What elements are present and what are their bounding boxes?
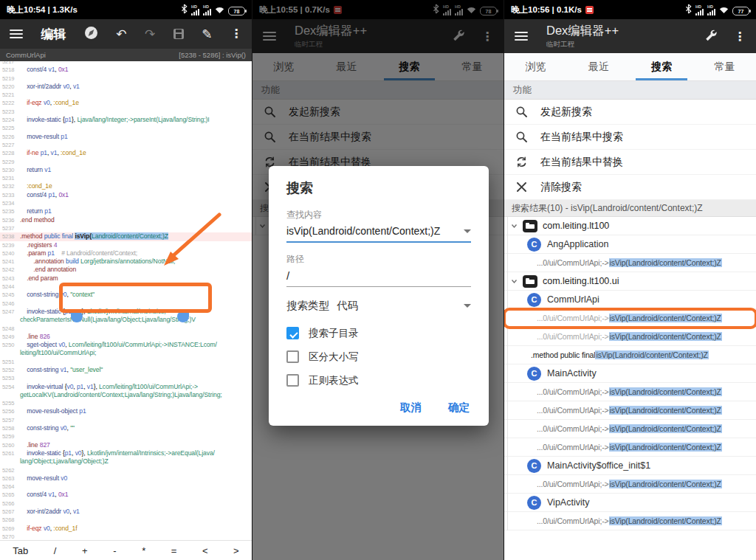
code-line[interactable]: 5266 bbox=[0, 499, 252, 508]
code-line[interactable]: 5240 .param p1 # Landroid/content/Contex… bbox=[0, 249, 252, 257]
tab-recent[interactable]: 最近 bbox=[567, 53, 630, 80]
checkbox-unchecked-icon[interactable] bbox=[286, 374, 299, 387]
menu-item[interactable]: 在当前结果中搜索 bbox=[504, 125, 756, 150]
code-line[interactable]: 5258 const-string v0, "" bbox=[0, 424, 252, 432]
code-line[interactable]: 5236.end method bbox=[0, 216, 252, 224]
edit-pencil-icon[interactable]: ✎ bbox=[202, 28, 212, 41]
symbol-key[interactable]: / bbox=[54, 545, 57, 556]
code-line[interactable]: 5245 const-string v0, "context" bbox=[0, 291, 252, 299]
code-line[interactable]: 5225 bbox=[0, 124, 252, 132]
find-input[interactable]: isVip(Landroid/content/Context;)Z bbox=[286, 225, 471, 243]
code-line[interactable]: 5239 .registers 4 bbox=[0, 241, 252, 249]
dialog-option-row[interactable]: 搜索子目录 bbox=[286, 325, 471, 342]
redo-icon[interactable]: ↷ bbox=[145, 28, 155, 41]
code-line[interactable]: 5221 bbox=[0, 91, 252, 99]
search-result-row[interactable]: ...0/ui/CommUrlApi;->isVip(Landroid/cont… bbox=[504, 383, 756, 401]
code-line[interactable]: 5233 const/4 p1, 0x1 bbox=[0, 191, 252, 199]
symbol-key[interactable]: = bbox=[171, 545, 177, 556]
confirm-button[interactable]: 确定 bbox=[448, 401, 470, 415]
code-editor[interactable]: 52175218 const/4 v1, 0x152195220 xor-int… bbox=[0, 61, 252, 540]
search-result-row[interactable]: ...0/ui/CommUrlApi;->isVip(Landroid/cont… bbox=[504, 420, 756, 438]
compass-goto-icon[interactable] bbox=[84, 26, 98, 42]
symbol-key[interactable]: > bbox=[233, 545, 239, 556]
code-line[interactable]: 5259 bbox=[0, 432, 252, 440]
search-result-row[interactable]: ...0/ui/CommUrlApi;->isVip(Landroid/cont… bbox=[504, 401, 756, 420]
code-line[interactable]: 5255 bbox=[0, 399, 252, 407]
menu-item[interactable]: 清除搜索 bbox=[504, 175, 756, 200]
tree-class-row[interactable]: CVipActivity bbox=[504, 494, 756, 512]
code-line[interactable]: 5235 return p1 bbox=[0, 207, 252, 215]
search-result-row[interactable]: ...0/ui/CommUrlApi;->isVip(Landroid/cont… bbox=[504, 254, 756, 272]
code-line[interactable]: 5227 bbox=[0, 141, 252, 149]
search-result-row[interactable]: ...0/ui/CommUrlApi;->isVip(Landroid/cont… bbox=[504, 475, 756, 494]
code-line[interactable]: 5269 if-eqz v0, :cond_1f bbox=[0, 525, 252, 533]
undo-icon[interactable]: ↶ bbox=[116, 28, 126, 41]
code-line[interactable]: 5256 move-result-object p1 bbox=[0, 407, 252, 415]
code-line[interactable]: lang/Object;Ljava/lang/Object;)Z bbox=[0, 457, 252, 466]
code-line[interactable]: 5224 invoke-static {p1}, Ljava/lang/Inte… bbox=[0, 116, 252, 124]
dropdown-caret-icon[interactable] bbox=[464, 229, 471, 233]
cancel-button[interactable]: 取消 bbox=[400, 401, 422, 415]
symbol-key[interactable]: < bbox=[202, 545, 208, 556]
wrench-tools-icon[interactable] bbox=[704, 28, 718, 45]
symbol-key[interactable]: * bbox=[142, 545, 145, 556]
code-line[interactable]: 5226 move-result p1 bbox=[0, 133, 252, 141]
code-line[interactable]: 5219 bbox=[0, 75, 252, 83]
search-result-row[interactable]: .method public final isVip(Landroid/cont… bbox=[504, 346, 756, 364]
code-line[interactable]: 5243 .end param bbox=[0, 274, 252, 283]
code-line[interactable]: 5261 invoke-static {p1, v0}, Lkotlin/jvm… bbox=[0, 449, 252, 457]
code-line[interactable]: 5241 .annotation build Lorg/jetbrains/an… bbox=[0, 257, 252, 266]
code-line[interactable]: 5270 bbox=[0, 533, 252, 540]
overflow-menu-icon[interactable]: ⋮ bbox=[230, 28, 242, 40]
code-line[interactable]: checkParameterIsNotNull(Ljava/lang/Objec… bbox=[0, 316, 252, 324]
menu-icon[interactable] bbox=[10, 30, 23, 38]
code-line[interactable]: 5252 const-string v1, "user_level" bbox=[0, 366, 252, 374]
code-line[interactable]: 5250 sget-object v0, Lcom/leiting/lt100/… bbox=[0, 341, 252, 349]
search-result-row-annotated[interactable]: ...0/ui/CommUrlApi;->isVip(Landroid/cont… bbox=[504, 309, 756, 328]
code-line[interactable]: 5267 xor-int/2addr v0, v1 bbox=[0, 508, 252, 516]
code-line[interactable]: 5222 if-eqz v0, :cond_1e bbox=[0, 99, 252, 107]
symbol-key[interactable]: - bbox=[113, 545, 116, 556]
code-line[interactable]: 5220 xor-int/2addr v0, v1 bbox=[0, 83, 252, 91]
code-line[interactable]: 5264 bbox=[0, 483, 252, 491]
code-line[interactable]: 5262 bbox=[0, 466, 252, 474]
symbol-key[interactable]: Tab bbox=[13, 545, 28, 556]
code-line[interactable]: 5263 move-result v0 bbox=[0, 474, 252, 483]
tree-class-row[interactable]: CCommUrlApi bbox=[504, 291, 756, 309]
code-line[interactable]: 5232 :cond_1e bbox=[0, 182, 252, 190]
tree-package-row[interactable]: com.leiting.lt100.ui bbox=[504, 272, 756, 291]
code-line[interactable]: 5265 const/4 v1, 0x1 bbox=[0, 491, 252, 499]
code-line[interactable]: 5234 bbox=[0, 199, 252, 207]
code-line[interactable]: 5242 .end annotation bbox=[0, 266, 252, 274]
tab-browse[interactable]: 浏览 bbox=[504, 53, 567, 80]
code-line[interactable]: leiting/lt100/ui/CommUrlApi; bbox=[0, 349, 252, 357]
selection-handle-right[interactable] bbox=[177, 311, 189, 322]
selection-handle-left[interactable] bbox=[71, 311, 83, 322]
code-line[interactable]: 5268 bbox=[0, 516, 252, 524]
search-result-row[interactable]: ...0/ui/CommUrlApi;->isVip(Landroid/cont… bbox=[504, 438, 756, 457]
menu-icon[interactable] bbox=[515, 32, 528, 41]
code-line[interactable]: 5254 invoke-virtual {v0, p1, v1}, Lcom/l… bbox=[0, 383, 252, 391]
code-line[interactable]: 5251 bbox=[0, 358, 252, 366]
menu-item[interactable]: 在当前结果中替换 bbox=[504, 150, 756, 175]
expander-icon[interactable] bbox=[510, 223, 518, 229]
code-line[interactable]: 5253 bbox=[0, 374, 252, 382]
code-line[interactable]: 5230 return v1 bbox=[0, 166, 252, 174]
dialog-option-row[interactable]: 正则表达式 bbox=[286, 372, 471, 389]
path-input[interactable]: / bbox=[286, 269, 471, 287]
code-line[interactable]: 5257 bbox=[0, 416, 252, 424]
overflow-menu-icon[interactable]: ⋮ bbox=[734, 30, 746, 44]
code-line[interactable]: 5218 const/4 v1, 0x1 bbox=[0, 66, 252, 74]
tab-search[interactable]: 搜索 bbox=[630, 53, 693, 80]
tab-constants[interactable]: 常量 bbox=[693, 53, 756, 80]
tree-package-row[interactable]: com.leiting.lt100 bbox=[504, 217, 756, 235]
dialog-option-row[interactable]: 区分大小写 bbox=[286, 348, 471, 365]
search-result-row[interactable]: ...0/ui/CommUrlApi;->isVip(Landroid/cont… bbox=[504, 328, 756, 346]
code-line[interactable]: 5228 if-ne p1, v1, :cond_1e bbox=[0, 149, 252, 157]
symbol-key[interactable]: + bbox=[82, 545, 88, 556]
code-line[interactable]: 5237 bbox=[0, 224, 252, 232]
code-line[interactable]: 5247 invoke-static {p1, v0}, Lkotlin/jvm… bbox=[0, 308, 252, 316]
code-line[interactable]: 5248 bbox=[0, 325, 252, 333]
expander-icon[interactable] bbox=[510, 278, 518, 285]
code-line[interactable]: 5260 .line 827 bbox=[0, 441, 252, 449]
